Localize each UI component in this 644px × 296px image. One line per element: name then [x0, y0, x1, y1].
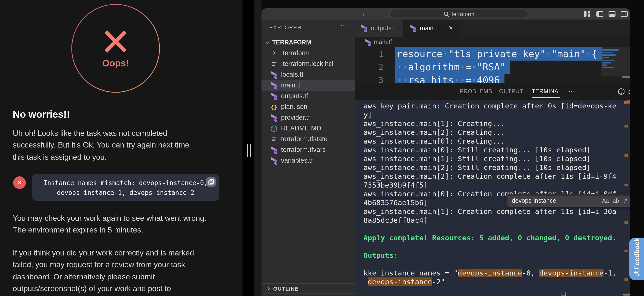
- editor-tab-outputs-tf[interactable]: outputs.tf: [355, 20, 404, 37]
- sidebar-item-terraform-tfstate[interactable]: terraform.tfstate: [262, 134, 355, 145]
- minimap-bar: [602, 62, 611, 63]
- sidebar-item-variables-tf[interactable]: variables.tf: [262, 155, 355, 166]
- terraform-file-icon: [365, 39, 372, 46]
- search-value: terraform: [452, 11, 474, 17]
- back-arrow-icon[interactable]: ←: [362, 8, 368, 20]
- terminal-line: aws_key_pair.main: Creation complete aft…: [364, 102, 616, 110]
- search-match-mark: [624, 184, 628, 186]
- forward-arrow-icon[interactable]: →: [374, 8, 381, 20]
- sidebar-item-provider-tf[interactable]: provider.tf: [262, 112, 355, 123]
- feedback-button[interactable]: Feedback: [629, 238, 644, 280]
- copy-button[interactable]: [206, 177, 216, 187]
- terminal-line: aws_instance.main[1]: Creating...: [364, 119, 616, 128]
- oops-circle: [71, 4, 160, 93]
- sidebar-item-terraform-tfvars[interactable]: terraform.tfvars: [262, 145, 355, 155]
- editor-scrollbar[interactable]: [622, 76, 630, 78]
- text-line: Uh oh! Looks like the task was not compl…: [13, 128, 237, 139]
- minimap-bar: [602, 60, 615, 61]
- minimap-bar: [602, 52, 613, 53]
- shell-selector[interactable]: $ bash: [618, 83, 630, 100]
- code-editor[interactable]: 1resource·"tls_private_key"·"main"·{2··a…: [355, 47, 630, 83]
- terminal-line: 8a85dc3eff8ac4]: [364, 216, 616, 225]
- tf-file-icon: [270, 157, 278, 165]
- info-file-icon: [270, 125, 278, 132]
- intro-paragraph: Uh oh! Looks like the task was not compl…: [13, 128, 237, 163]
- regex-toggle[interactable]: .*: [624, 194, 627, 207]
- search-command-center[interactable]: terraform: [389, 10, 528, 18]
- text-line: outputs/screenshot(s) of your work and p…: [13, 283, 237, 295]
- terminal-line: 7353be39b9f4f5]: [364, 181, 616, 189]
- file-name: .terraform: [281, 48, 310, 59]
- explorer-more-icon[interactable]: ⋯: [340, 22, 347, 29]
- minimap[interactable]: [602, 49, 623, 70]
- tf-file-icon: [270, 71, 278, 79]
- panel-more-icon[interactable]: ⋯: [568, 83, 575, 100]
- resize-handle: [247, 144, 248, 157]
- editor-tab-main-tf[interactable]: main.tf✕: [404, 20, 460, 37]
- search-match-mark: [624, 221, 628, 224]
- sidebar-item-plan-json[interactable]: {}plan.json: [262, 102, 355, 112]
- explorer-sidebar: EXPLORER ⋯ TERRAFORM .terraform.terrafor…: [262, 20, 355, 296]
- toggle-sidebar-left-icon[interactable]: [596, 10, 604, 18]
- terminal-cursor: [562, 291, 566, 296]
- terminal-line: kke_instance_names = "devops-instance-0,…: [364, 269, 616, 277]
- text-line: You may check your work again to see wha…: [13, 212, 237, 224]
- find-input[interactable]: [508, 196, 630, 206]
- panel-tab-problems[interactable]: PROBLEMS: [460, 83, 492, 100]
- text-line: successfully. But it's Ok. You can try a…: [13, 139, 237, 151]
- file-name: terraform.tfstate: [281, 134, 328, 145]
- file-name: outputs.tf: [281, 91, 308, 102]
- tab-label: main.tf: [420, 25, 439, 32]
- search-match-mark: [624, 293, 628, 296]
- toggle-sidebar-right-icon[interactable]: [620, 10, 628, 18]
- bash-icon: $: [618, 88, 625, 95]
- match-case-toggle[interactable]: Aa: [602, 194, 609, 207]
- breadcrumb[interactable]: main.tf: [355, 37, 630, 47]
- minimap-bar: [602, 49, 619, 51]
- minimap-bar: [602, 67, 614, 68]
- panel-tab-terminal[interactable]: TERMINAL: [532, 83, 562, 100]
- sidebar-item-outputs-tf[interactable]: outputs.tf: [262, 91, 355, 102]
- background-strip: [254, 0, 262, 296]
- chevron-right-icon: [270, 49, 278, 57]
- file-name: README.MD: [281, 123, 321, 134]
- panel-resize-gutter[interactable]: [242, 0, 254, 296]
- sparkle-icon: [633, 270, 640, 276]
- terminal-line: aws_instance.main[1]: Creation complete …: [364, 207, 616, 216]
- error-badge-icon: ✕: [13, 176, 26, 189]
- tf-file-icon: [270, 82, 278, 89]
- sidebar-item-locals-tf[interactable]: locals.tf: [262, 69, 355, 80]
- customize-layout-icon[interactable]: [584, 10, 591, 18]
- search-match-mark: [624, 250, 628, 252]
- toggle-panel-icon[interactable]: [608, 10, 616, 18]
- file-name: main.tf: [281, 80, 301, 91]
- error-message: Instance names mismatch: devops-instance…: [32, 178, 219, 197]
- explorer-title: EXPLORER: [269, 25, 302, 30]
- line-number: 3: [355, 74, 384, 83]
- terminal-line: y]: [364, 110, 616, 119]
- code-line: 3··rsa_bits··=·4096: [355, 74, 630, 83]
- lines-file-icon: [270, 60, 278, 68]
- sidebar-item--terraform-lock-hcl[interactable]: .terraform.lock.hcl: [262, 59, 355, 69]
- close-tab-icon[interactable]: ✕: [448, 25, 453, 31]
- search-match-mark: [624, 101, 628, 104]
- outline-section[interactable]: OUTLINE: [262, 283, 355, 293]
- panel-tab-output[interactable]: OUTPUT: [499, 83, 523, 100]
- sidebar-item-terraform-root[interactable]: TERRAFORM: [262, 37, 355, 48]
- terminal[interactable]: aws_key_pair.main: Creation complete aft…: [355, 100, 630, 296]
- sidebar-item-readme-md[interactable]: README.MD: [262, 123, 355, 134]
- sidebar-item-main-tf[interactable]: main.tf: [262, 80, 355, 91]
- terminal-line: [364, 260, 616, 269]
- file-name: variables.tf: [281, 155, 313, 166]
- editor-tabbar: outputs.tfmain.tf✕: [355, 20, 630, 37]
- sidebar-item--terraform[interactable]: .terraform: [262, 48, 355, 59]
- whole-word-toggle[interactable]: ab: [613, 194, 619, 207]
- footer-paragraph: If you think you did your work correctly…: [13, 247, 237, 296]
- chevron-down-icon: [265, 40, 271, 46]
- task-result-panel: Oops! No worries!! Uh oh! Looks like the…: [0, 0, 242, 296]
- feedback-label: Feedback: [633, 238, 640, 269]
- tf-file-icon: [270, 92, 278, 100]
- terminal-line: aws_instance.main[2]: Creation complete …: [364, 172, 616, 181]
- terminal-line: aws_instance.main[0]: Still creating... …: [364, 146, 616, 154]
- titlebar: ← → terraform: [262, 8, 630, 20]
